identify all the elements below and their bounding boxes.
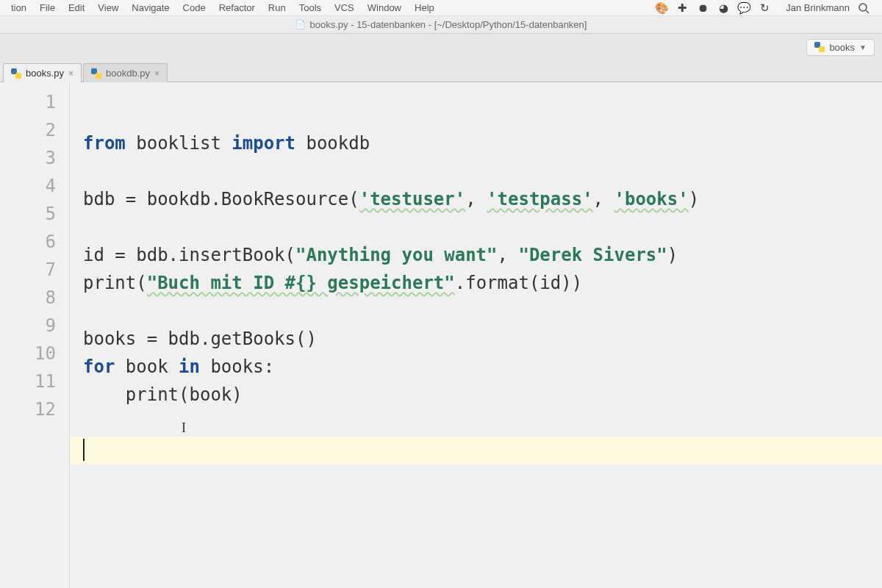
file-icon: 📄 <box>295 20 306 29</box>
menu-view[interactable]: View <box>91 1 125 15</box>
history-icon[interactable]: ↻ <box>758 1 771 15</box>
tab-books[interactable]: books.py × <box>3 63 82 82</box>
python-icon <box>11 68 21 79</box>
token: "Anything you want" <box>295 245 498 265</box>
editor-tabs: books.py × bookdb.py × <box>0 60 882 82</box>
run-config-selector[interactable]: books ▼ <box>806 39 875 56</box>
token <box>295 133 306 154</box>
token: print( <box>83 273 147 293</box>
code-line[interactable]: print("Buch mit ID #{} gespeichert".form… <box>83 269 882 297</box>
menu-code[interactable]: Code <box>176 1 212 15</box>
token: ) <box>667 245 678 265</box>
token: bdb = bookdb.BookResource( <box>83 189 359 209</box>
svg-point-0 <box>859 4 867 11</box>
code-line[interactable] <box>70 437 882 465</box>
token: book <box>126 356 168 377</box>
line-number: 8 <box>0 284 69 312</box>
editor-area: 123456789101112 from booklist import boo… <box>0 82 882 588</box>
text-cursor-icon: I <box>182 420 186 436</box>
token: , <box>593 189 614 209</box>
menu-help[interactable]: Help <box>408 1 441 15</box>
menu-navigate[interactable]: Navigate <box>125 1 176 15</box>
token: print(book) <box>126 384 243 405</box>
code-editor[interactable]: from booklist import bookdbbdb = bookdb.… <box>70 82 882 588</box>
line-number: 2 <box>0 116 69 144</box>
code-line[interactable]: books = bdb.getBooks() <box>83 325 882 353</box>
plus-icon[interactable]: ✚ <box>675 1 689 15</box>
menu-window[interactable]: Window <box>361 1 408 15</box>
token: in <box>179 356 200 377</box>
toolbar-subbar: books ▼ <box>0 34 882 60</box>
token: import <box>232 133 295 154</box>
token: 'testpass' <box>487 189 593 209</box>
code-line[interactable] <box>83 297 882 325</box>
python-icon <box>814 42 825 52</box>
token <box>221 133 232 154</box>
token <box>83 384 126 405</box>
token: for <box>83 356 115 377</box>
code-line[interactable]: bdb = bookdb.BookResource('testuser', 't… <box>83 185 882 213</box>
python-icon <box>91 68 101 79</box>
code-line[interactable] <box>83 157 882 185</box>
token: 'books' <box>614 189 689 209</box>
menu-refactor[interactable]: Refactor <box>212 1 262 15</box>
toolbar-icons: 🎨 ✚ ⏺ ◕ 💬 ↻ <box>655 1 778 15</box>
code-line[interactable]: print(book) <box>83 381 882 409</box>
tab-label: books.py <box>26 68 64 79</box>
menubar: tion File Edit View Navigate Code Refact… <box>0 0 882 16</box>
search-icon[interactable] <box>857 1 870 15</box>
line-number: 1 <box>0 88 69 116</box>
menu-file[interactable]: File <box>33 1 62 15</box>
line-number: 7 <box>0 256 69 284</box>
record-icon[interactable]: ⏺ <box>696 1 709 15</box>
token: bookdb <box>306 133 370 154</box>
code-line[interactable] <box>83 409 882 437</box>
line-number: 4 <box>0 172 69 200</box>
token: "Buch mit ID #{} gespeichert" <box>147 273 455 293</box>
chevron-down-icon: ▼ <box>859 43 867 51</box>
token: books: <box>210 356 274 377</box>
run-config-label: books <box>829 42 855 53</box>
token: .format(id)) <box>455 273 582 293</box>
line-number: 6 <box>0 228 69 256</box>
caret <box>83 439 85 461</box>
menu-item[interactable]: tion <box>4 1 33 15</box>
token: "Derek Sivers" <box>518 245 667 265</box>
token: books = bdb.getBooks() <box>83 329 317 349</box>
chat-icon[interactable]: 💬 <box>737 1 750 15</box>
line-number: 11 <box>0 368 69 395</box>
token: ) <box>689 189 699 209</box>
gutter: 123456789101112 <box>0 82 70 588</box>
palette-icon[interactable]: 🎨 <box>655 1 668 15</box>
menu-run[interactable]: Run <box>262 1 293 15</box>
line-number: 3 <box>0 144 69 172</box>
line-number: 5 <box>0 200 69 228</box>
code-line[interactable]: id = bdb.insertBook("Anything you want",… <box>83 241 882 269</box>
token: 'testuser' <box>359 189 466 209</box>
tab-bookdb[interactable]: bookdb.py × <box>83 63 168 82</box>
menu-edit[interactable]: Edit <box>62 1 91 15</box>
code-line[interactable] <box>83 213 882 241</box>
close-icon[interactable]: × <box>68 68 74 79</box>
token: , <box>465 189 487 209</box>
line-number: 12 <box>0 395 69 423</box>
token: from <box>83 133 126 154</box>
token: booklist <box>136 133 221 154</box>
close-icon[interactable]: × <box>154 68 159 79</box>
menu-vcs[interactable]: VCS <box>328 1 361 15</box>
token <box>168 356 179 377</box>
menu-tools[interactable]: Tools <box>293 1 328 15</box>
code-line[interactable]: from booklist import bookdb <box>83 129 882 157</box>
token <box>200 356 210 377</box>
circle-icon[interactable]: ◕ <box>717 1 730 15</box>
code-line[interactable]: for book in books: <box>83 353 882 381</box>
token: , <box>498 245 519 265</box>
line-number: 10 <box>0 340 69 368</box>
tab-label: bookdb.py <box>106 68 150 79</box>
token <box>115 356 125 377</box>
user-name[interactable]: Jan Brinkmann <box>778 1 857 15</box>
line-number: 9 <box>0 312 69 340</box>
token: id = bdb.insertBook( <box>83 245 295 265</box>
svg-line-1 <box>866 10 869 13</box>
titlebar: 📄 books.py - 15-datenbanken - [~/Desktop… <box>0 16 882 34</box>
